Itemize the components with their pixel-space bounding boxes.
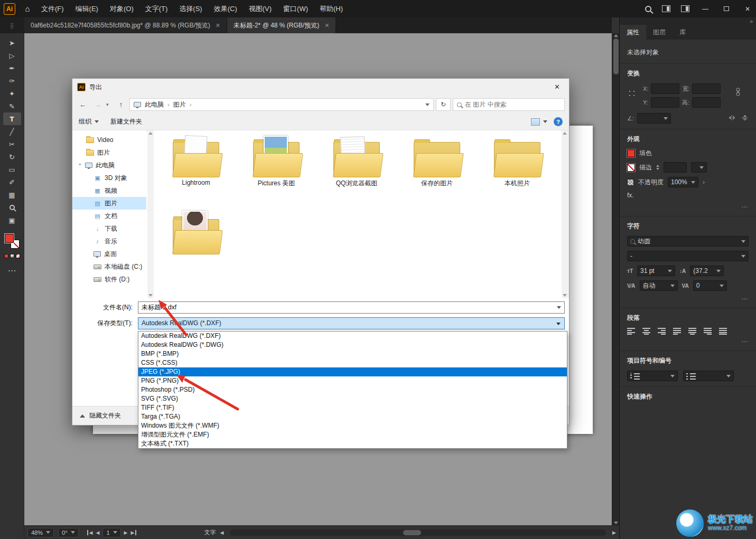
last-artboard-button[interactable]: ▶ (130, 530, 136, 535)
scroll-down-icon[interactable] (148, 294, 153, 297)
fill-color-swatch[interactable] (627, 149, 635, 157)
folder-item-pictures-meitu[interactable]: Pictures 美图 (236, 135, 316, 212)
scroll-up-icon[interactable] (614, 34, 618, 37)
tab-properties[interactable]: 属性 (620, 25, 646, 40)
address-bar[interactable]: 此电脑 › 图片 › (129, 98, 434, 111)
organize-button[interactable]: 组织 (79, 117, 99, 126)
tracking-select[interactable]: 0 (693, 280, 727, 291)
align-center-icon[interactable] (642, 328, 650, 335)
fill-swatch[interactable] (5, 234, 14, 243)
format-option-wmf[interactable]: Windows 图元文件 (*.WMF) (138, 421, 567, 430)
dialog-close-button[interactable]: ✕ (545, 79, 569, 94)
history-chevron-icon[interactable]: ▾ (106, 102, 113, 107)
previous-artboard-button[interactable]: ◀ (96, 530, 99, 535)
format-option-png[interactable]: PNG (*.PNG) (138, 376, 567, 385)
format-option-dxf[interactable]: Autodesk RealDWG (*.DXF) (138, 332, 567, 341)
link-dimensions-icon[interactable] (735, 88, 741, 98)
menu-object[interactable]: 对象(O) (104, 0, 139, 17)
paintbrush-tool[interactable]: ✎ (3, 100, 21, 112)
format-option-txt[interactable]: 文本格式 (*.TXT) (138, 439, 567, 448)
line-segment-tool[interactable]: ╱ (3, 125, 21, 138)
menu-edit[interactable]: 编辑(E) (70, 0, 104, 17)
hscroll-right-icon[interactable]: ▶ (612, 530, 616, 535)
eyedropper-tool[interactable]: ✐ (3, 176, 21, 188)
bullet-list-select[interactable] (627, 371, 678, 381)
opacity-more-icon[interactable]: › (703, 178, 705, 186)
home-icon[interactable]: ⌂ (20, 0, 35, 17)
justify-all-icon[interactable] (719, 328, 727, 335)
folder-item-saved-pictures[interactable]: 保存的图片 (397, 135, 477, 212)
tree-item-desktop[interactable]: 桌面 (72, 248, 146, 260)
menu-select[interactable]: 选择(S) (173, 0, 208, 17)
menu-effect[interactable]: 效果(C) (208, 0, 243, 17)
up-button[interactable]: ↑ (115, 98, 127, 111)
leading-select[interactable]: (37.2 (690, 266, 724, 276)
tree-item-video[interactable]: Video (72, 134, 146, 146)
folder-item-camera-roll[interactable]: 本机照片 (477, 135, 557, 212)
tree-item-local-disk-c[interactable]: 本地磁盘 (C:) (72, 260, 146, 273)
tree-item-drive-d[interactable]: 软件 (D:) (72, 273, 146, 286)
tree-scrollbar[interactable] (147, 130, 154, 298)
justify-right-icon[interactable] (704, 328, 712, 335)
format-option-dwg[interactable]: Autodesk RealDWG (*.DWG) (138, 341, 567, 349)
none-button[interactable] (16, 254, 20, 258)
appearance-more-options-icon[interactable]: ⋯ (627, 203, 749, 211)
view-mode-button[interactable] (531, 118, 547, 126)
refresh-button[interactable]: ↻ (436, 98, 451, 111)
hscroll-left-icon[interactable]: ◀ (220, 530, 223, 535)
menu-view[interactable]: 视图(V) (243, 0, 277, 17)
justify-center-icon[interactable] (688, 328, 696, 335)
menu-window[interactable]: 窗口(W) (277, 0, 314, 17)
color-button[interactable] (4, 254, 8, 258)
format-option-tga[interactable]: Targa (*.TGA) (138, 412, 567, 421)
next-artboard-button[interactable]: ▶ (124, 530, 128, 535)
curvature-tool[interactable]: ✑ (3, 74, 21, 87)
vertical-scroll-thumb[interactable] (613, 39, 619, 74)
hide-folders-button[interactable]: 隐藏文件夹 (89, 411, 121, 420)
filename-combobox[interactable] (138, 301, 565, 314)
breadcrumb-folder[interactable]: 图片 (173, 100, 186, 109)
workspace-switcher-icon[interactable] (681, 5, 689, 12)
arrange-documents-icon[interactable] (662, 5, 670, 12)
gradient-tool[interactable]: ▦ (3, 188, 21, 201)
folder-item-portrait[interactable] (156, 212, 236, 289)
format-option-svg[interactable]: SVG (*.SVG) (138, 394, 567, 403)
shaper-tool[interactable]: ✦ (3, 87, 21, 100)
savetype-combobox[interactable]: Autodesk RealDWG (*.DXF) (138, 317, 565, 329)
rotate-tool[interactable]: ↻ (3, 150, 21, 163)
width-field[interactable] (692, 83, 721, 94)
maximize-button[interactable] (718, 0, 735, 17)
angle-select[interactable] (637, 113, 671, 124)
selection-tool[interactable]: ➤ (3, 36, 21, 49)
character-more-options-icon[interactable]: ⋯ (627, 295, 749, 302)
flip-horizontal-icon[interactable] (729, 115, 736, 122)
scroll-down-icon[interactable] (563, 294, 567, 297)
new-folder-button[interactable]: 新建文件夹 (110, 117, 142, 126)
stroke-unit-select[interactable] (691, 162, 707, 173)
y-field[interactable] (651, 97, 679, 108)
menu-file[interactable]: 文件(F) (35, 0, 70, 17)
numbered-list-select[interactable] (683, 371, 734, 381)
kerning-select[interactable]: 自动 (640, 280, 678, 291)
forward-button[interactable]: → (91, 98, 104, 111)
pen-tool[interactable]: ✒ (3, 62, 21, 74)
back-button[interactable]: ← (77, 98, 89, 111)
breadcrumb-root[interactable]: 此电脑 (145, 100, 164, 109)
artboard-tool[interactable]: ▣ (3, 214, 21, 226)
rotation-select[interactable]: 0° (58, 528, 79, 537)
tab-layers[interactable]: 图层 (646, 25, 673, 40)
paragraph-more-options-icon[interactable]: ⋯ (627, 338, 749, 345)
stroke-weight-field[interactable] (664, 162, 687, 173)
search-box[interactable] (453, 98, 565, 111)
fx-button[interactable]: fx. (627, 192, 634, 199)
tree-item-videos[interactable]: ▦视频 (72, 184, 146, 197)
menu-help[interactable]: 帮助(H) (314, 0, 349, 17)
opacity-select[interactable]: 100% (668, 177, 698, 187)
stroke-color-swatch[interactable] (627, 164, 635, 172)
scroll-up-icon[interactable] (148, 132, 153, 135)
close-button[interactable]: ✕ (739, 0, 756, 17)
filename-input[interactable] (138, 301, 565, 314)
edit-toolbar-icon[interactable]: ⋯ (8, 266, 16, 276)
folder-item-qq-screenshots[interactable]: QQ浏览器截图 (316, 135, 397, 212)
font-style-select[interactable]: - (627, 251, 749, 261)
